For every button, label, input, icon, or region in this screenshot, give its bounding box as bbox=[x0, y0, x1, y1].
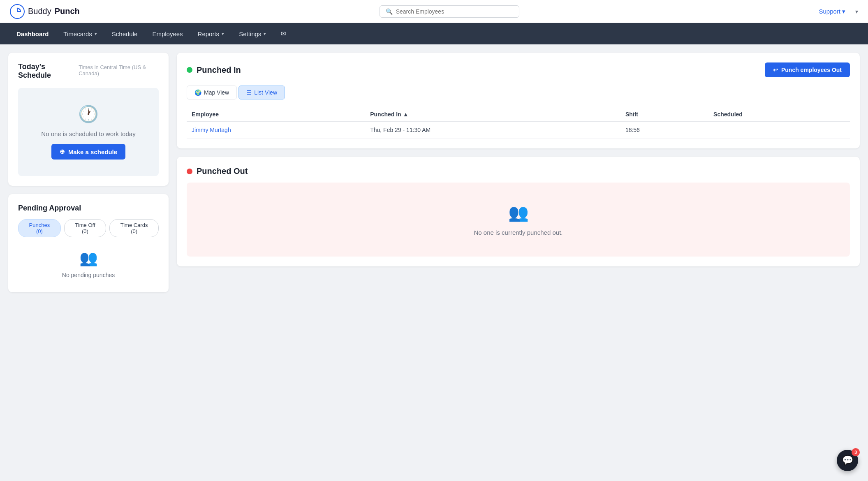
search-bar[interactable]: 🔍 bbox=[380, 5, 519, 18]
schedule-empty-state: 🕐 No one is scheduled to work today ⊕ Ma… bbox=[18, 88, 159, 176]
punched-in-table: Employee Punched In ▲ Shift Sche bbox=[187, 108, 850, 139]
nav-label-dashboard: Dashboard bbox=[16, 30, 49, 37]
pending-approval-title: Pending Approval bbox=[18, 204, 159, 213]
schedule-card-title-row: Today's Schedule Times in Central Time (… bbox=[18, 62, 159, 81]
cell-employee: Jimmy Murtagh bbox=[187, 121, 365, 139]
reports-chevron-icon: ▾ bbox=[222, 31, 224, 37]
nav-label-schedule: Schedule bbox=[112, 30, 138, 37]
chat-badge: 3 bbox=[852, 448, 860, 456]
punched-in-card: Punched In ↩ Punch employees Out 🌍 Map V… bbox=[177, 53, 860, 148]
nav-label-timecards: Timecards bbox=[63, 30, 92, 37]
user-menu-chevron[interactable]: ▾ bbox=[855, 8, 858, 15]
punch-out-icon: ↩ bbox=[773, 67, 778, 73]
view-toggle: 🌍 Map View ☰ List View bbox=[187, 86, 850, 99]
table-head: Employee Punched In ▲ Shift Sche bbox=[187, 108, 850, 121]
make-schedule-label: Make a schedule bbox=[68, 148, 117, 155]
col-shift: Shift bbox=[620, 108, 708, 121]
logo-text-light: Buddy bbox=[28, 7, 51, 16]
punch-employees-out-button[interactable]: ↩ Punch employees Out bbox=[765, 62, 850, 77]
col-punched-in-sort[interactable]: Punched In ▲ bbox=[370, 111, 616, 118]
pending-tabs: Punches (0) Time Off (0) Time Cards (0) bbox=[18, 219, 159, 237]
top-bar: BuddyPunch 🔍 Support ▾ ▾ bbox=[0, 0, 868, 23]
table-header-row: Employee Punched In ▲ Shift Sche bbox=[187, 108, 850, 121]
col-punched-in: Punched In ▲ bbox=[365, 108, 620, 121]
punched-out-label: Punched Out bbox=[197, 166, 248, 176]
logo-text-bold: Punch bbox=[55, 7, 80, 16]
col-scheduled: Scheduled bbox=[708, 108, 850, 121]
tab-punches[interactable]: Punches (0) bbox=[18, 219, 61, 237]
punched-out-empty-text: No one is currently punched out. bbox=[474, 229, 563, 236]
nav-label-reports: Reports bbox=[198, 30, 220, 37]
top-right: Support ▾ ▾ bbox=[819, 8, 858, 15]
settings-chevron-icon: ▾ bbox=[264, 31, 266, 37]
right-column: Punched In ↩ Punch employees Out 🌍 Map V… bbox=[177, 53, 860, 292]
punched-out-group-icon: 👥 bbox=[508, 203, 529, 222]
timecards-chevron-icon: ▾ bbox=[95, 31, 97, 37]
col-employee-label: Employee bbox=[192, 111, 219, 118]
punched-out-status-dot bbox=[187, 169, 192, 174]
plus-circle-icon: ⊕ bbox=[60, 148, 65, 155]
nav-item-employees[interactable]: Employees bbox=[146, 23, 189, 44]
nav-label-settings: Settings bbox=[239, 30, 261, 37]
cell-punched-in: Thu, Feb 29 - 11:30 AM bbox=[365, 121, 620, 139]
pending-empty-text: No pending punches bbox=[62, 272, 115, 278]
punched-out-card: Punched Out 👥 No one is currently punche… bbox=[177, 157, 860, 266]
nav-item-messages[interactable]: ✉ bbox=[274, 23, 293, 44]
support-link[interactable]: Support ▾ bbox=[819, 8, 845, 15]
globe-icon: 🌍 bbox=[194, 89, 201, 96]
schedule-card-title: Today's Schedule bbox=[18, 62, 74, 80]
messages-icon: ✉ bbox=[281, 30, 286, 37]
employee-link[interactable]: Jimmy Murtagh bbox=[192, 127, 231, 133]
nav-item-schedule[interactable]: Schedule bbox=[105, 23, 144, 44]
col-employee: Employee bbox=[187, 108, 365, 121]
logo-icon bbox=[10, 4, 25, 19]
col-punched-in-label: Punched In bbox=[370, 111, 401, 118]
list-view-button[interactable]: ☰ List View bbox=[238, 86, 285, 99]
map-view-button[interactable]: 🌍 Map View bbox=[187, 86, 237, 99]
punched-in-title: Punched In bbox=[187, 65, 241, 75]
punched-in-label: Punched In bbox=[197, 65, 241, 75]
table-body: Jimmy Murtagh Thu, Feb 29 - 11:30 AM 18:… bbox=[187, 121, 850, 139]
nav-item-settings[interactable]: Settings ▾ bbox=[232, 23, 273, 44]
todays-schedule-card: Today's Schedule Times in Central Time (… bbox=[8, 53, 169, 186]
support-chevron-icon: ▾ bbox=[842, 8, 845, 15]
group-icon: 👥 bbox=[79, 250, 98, 267]
search-icon: 🔍 bbox=[386, 8, 393, 15]
list-icon: ☰ bbox=[246, 89, 252, 96]
map-view-label: Map View bbox=[204, 89, 229, 96]
punched-out-empty-state: 👥 No one is currently punched out. bbox=[187, 183, 850, 257]
clock-icon: 🕐 bbox=[78, 104, 99, 124]
tab-time-cards[interactable]: Time Cards (0) bbox=[109, 219, 159, 237]
make-schedule-button[interactable]: ⊕ Make a schedule bbox=[51, 144, 125, 160]
tab-time-off[interactable]: Time Off (0) bbox=[64, 219, 106, 237]
nav-item-reports[interactable]: Reports ▾ bbox=[191, 23, 231, 44]
nav-label-employees: Employees bbox=[152, 30, 183, 37]
list-view-label: List View bbox=[254, 89, 277, 96]
logo: BuddyPunch bbox=[10, 4, 80, 19]
pending-empty-state: 👥 No pending punches bbox=[18, 237, 159, 282]
chat-icon: 💬 bbox=[842, 455, 853, 466]
main-content: Today's Schedule Times in Central Time (… bbox=[0, 44, 868, 301]
chat-button[interactable]: 💬 3 bbox=[837, 450, 858, 471]
nav-item-timecards[interactable]: Timecards ▾ bbox=[57, 23, 103, 44]
punched-in-header: Punched In ↩ Punch employees Out bbox=[187, 62, 850, 77]
search-input[interactable] bbox=[396, 8, 513, 15]
schedule-card-subtitle: Times in Central Time (US & Canada) bbox=[79, 64, 159, 76]
schedule-empty-text: No one is scheduled to work today bbox=[41, 130, 135, 137]
col-shift-label: Shift bbox=[625, 111, 638, 118]
punched-out-title: Punched Out bbox=[187, 166, 850, 176]
cell-scheduled bbox=[708, 121, 850, 139]
nav-bar: Dashboard Timecards ▾ Schedule Employees… bbox=[0, 23, 868, 44]
cell-shift: 18:56 bbox=[620, 121, 708, 139]
support-label: Support bbox=[819, 8, 840, 15]
punched-in-status-dot bbox=[187, 67, 192, 73]
left-column: Today's Schedule Times in Central Time (… bbox=[8, 53, 169, 292]
nav-item-dashboard[interactable]: Dashboard bbox=[10, 23, 55, 44]
table-row: Jimmy Murtagh Thu, Feb 29 - 11:30 AM 18:… bbox=[187, 121, 850, 139]
col-scheduled-label: Scheduled bbox=[713, 111, 743, 118]
sort-icon: ▲ bbox=[403, 111, 409, 118]
punch-out-label: Punch employees Out bbox=[781, 67, 842, 73]
pending-approval-card: Pending Approval Punches (0) Time Off (0… bbox=[8, 194, 169, 292]
